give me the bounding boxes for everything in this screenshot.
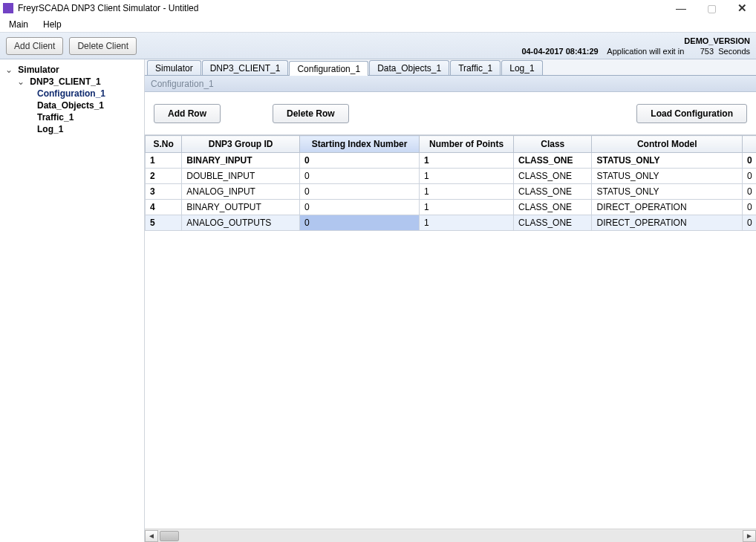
close-button[interactable]: ✕	[737, 1, 747, 15]
scroll-thumb[interactable]	[160, 531, 179, 541]
tree-configuration[interactable]: Configuration_1	[36, 88, 144, 99]
minimize-button[interactable]: —	[676, 2, 686, 14]
tree-panel: ⌄ Simulator ⌄ DNP3_CLIENT_1 Configuratio…	[0, 59, 145, 542]
tab-data-objects[interactable]: Data_Objects_1	[369, 60, 449, 75]
table-row[interactable]: 3ANALOG_INPUT01CLASS_ONESTATUS_ONLY00	[146, 184, 757, 200]
table-cell[interactable]: ANALOG_INPUT	[182, 184, 300, 200]
table-body: 1BINARY_INPUT01CLASS_ONESTATUS_ONLY002DO…	[146, 153, 757, 231]
table-cell[interactable]: 0	[299, 184, 419, 200]
tab-configuration[interactable]: Configuration_1	[289, 61, 368, 76]
window-controls: — ▢ ✕	[676, 1, 753, 15]
tab-bar: Simulator DNP3_CLIENT_1 Configuration_1 …	[145, 59, 756, 76]
table-row[interactable]: 1BINARY_INPUT01CLASS_ONESTATUS_ONLY00	[146, 153, 757, 169]
table-cell[interactable]: 1	[146, 153, 182, 169]
table-cell[interactable]: STATUS_ONLY	[592, 184, 743, 200]
table-cell[interactable]: 0	[743, 153, 756, 169]
table-cell[interactable]: 0	[743, 169, 756, 184]
tree-log[interactable]: Log_1	[36, 123, 144, 135]
menubar: Main Help	[0, 16, 756, 33]
menu-help[interactable]: Help	[40, 18, 65, 31]
status-seconds-label: Seconds	[718, 47, 750, 56]
app-icon	[3, 3, 13, 13]
horizontal-scrollbar[interactable]: ◄ ►	[145, 529, 756, 542]
version-label: DEMO_VERSION	[521, 36, 750, 46]
table-cell[interactable]: CLASS_ONE	[514, 215, 592, 231]
maximize-button[interactable]: ▢	[707, 2, 717, 14]
tab-dnp3-client[interactable]: DNP3_CLIENT_1	[202, 60, 289, 75]
column-header[interactable]: Starting Index Number	[299, 136, 419, 153]
table-cell[interactable]: BINARY_OUTPUT	[182, 200, 300, 215]
table-cell[interactable]: DIRECT_OPERATION	[592, 215, 743, 231]
action-row: Add Row Delete Row Load Configuration	[145, 92, 756, 135]
table-cell[interactable]: 0	[299, 153, 419, 169]
scroll-right-arrow-icon[interactable]: ►	[743, 530, 756, 542]
load-configuration-button[interactable]: Load Configuration	[636, 104, 747, 123]
add-client-button[interactable]: Add Client	[6, 37, 63, 55]
table-cell[interactable]: 2	[146, 169, 182, 184]
table-cell[interactable]: 1	[420, 215, 514, 231]
tab-simulator[interactable]: Simulator	[147, 60, 201, 75]
column-header[interactable]: DNP3 Group ID	[182, 136, 300, 153]
menu-main[interactable]: Main	[6, 18, 31, 31]
table-row[interactable]: 4BINARY_OUTPUT01CLASS_ONEDIRECT_OPERATIO…	[146, 200, 757, 215]
tab-traffic[interactable]: Traffic_1	[450, 60, 501, 75]
table-cell[interactable]: STATUS_ONLY	[592, 169, 743, 184]
table-cell[interactable]: 1	[420, 184, 514, 200]
table-row[interactable]: 2DOUBLE_INPUT01CLASS_ONESTATUS_ONLY00	[146, 169, 757, 184]
add-row-button[interactable]: Add Row	[154, 104, 221, 123]
status-seconds-value: 753	[700, 47, 714, 56]
table-cell[interactable]: 0	[299, 200, 419, 215]
column-header[interactable]: Control Model	[592, 136, 743, 153]
table-cell[interactable]: DOUBLE_INPUT	[182, 169, 300, 184]
table-cell[interactable]: CLASS_ONE	[514, 200, 592, 215]
table-cell[interactable]: 0	[743, 184, 756, 200]
status-exit-label: Application will exit in	[607, 47, 684, 56]
table-row[interactable]: 5ANALOG_OUTPUTS01CLASS_ONEDIRECT_OPERATI…	[146, 215, 757, 231]
table-cell[interactable]: 0	[299, 215, 419, 231]
column-header[interactable]: Number of Points	[420, 136, 514, 153]
scroll-left-arrow-icon[interactable]: ◄	[145, 530, 158, 542]
table-cell[interactable]: CLASS_ONE	[514, 169, 592, 184]
status-area: DEMO_VERSION 04-04-2017 08:41:29 Applica…	[521, 36, 750, 56]
table-cell[interactable]: BINARY_INPUT	[182, 153, 300, 169]
table-cell[interactable]: STATUS_ONLY	[592, 153, 743, 169]
table-cell[interactable]: CLASS_ONE	[514, 184, 592, 200]
table-cell[interactable]: 0	[743, 200, 756, 215]
column-header[interactable]: Class	[514, 136, 592, 153]
main-area: ⌄ Simulator ⌄ DNP3_CLIENT_1 Configuratio…	[0, 59, 756, 542]
config-table: S.NoDNP3 Group IDStarting Index NumberNu…	[145, 135, 756, 231]
delete-row-button[interactable]: Delete Row	[273, 104, 349, 123]
delete-client-button[interactable]: Delete Client	[69, 37, 137, 55]
pane-header: Configuration_1	[145, 76, 756, 92]
table-cell[interactable]: ANALOG_OUTPUTS	[182, 215, 300, 231]
table-cell[interactable]: 1	[420, 153, 514, 169]
table-cell[interactable]: 0	[299, 169, 419, 184]
table-cell[interactable]: 0	[743, 215, 756, 231]
content-panel: Simulator DNP3_CLIENT_1 Configuration_1 …	[145, 59, 756, 542]
scroll-track[interactable]	[158, 530, 743, 542]
table-cell[interactable]: 1	[420, 200, 514, 215]
table-cell[interactable]: CLASS_ONE	[514, 153, 592, 169]
tree-traffic[interactable]: Traffic_1	[36, 111, 144, 123]
status-datetime: 04-04-2017 08:41:29	[521, 47, 598, 56]
table-cell[interactable]: 1	[420, 169, 514, 184]
tree-data-objects[interactable]: Data_Objects_1	[36, 99, 144, 111]
tab-log[interactable]: Log_1	[501, 60, 542, 75]
titlebar: FreyrSCADA DNP3 Client Simulator - Untit…	[0, 0, 756, 16]
chevron-down-icon[interactable]: ⌄	[16, 76, 25, 87]
tree-client[interactable]: ⌄ DNP3_CLIENT_1	[12, 76, 144, 88]
column-header[interactable]: SBO TimeOut	[743, 136, 756, 153]
status-line: 04-04-2017 08:41:29 Application will exi…	[521, 46, 750, 56]
tree-root[interactable]: ⌄ Simulator	[0, 64, 144, 76]
tree-data-objects-label: Data_Objects_1	[36, 100, 105, 111]
table-cell[interactable]: 4	[146, 200, 182, 215]
chevron-down-icon[interactable]: ⌄	[4, 65, 13, 75]
table-cell[interactable]: 3	[146, 184, 182, 200]
table-scroll[interactable]: S.NoDNP3 Group IDStarting Index NumberNu…	[145, 135, 756, 529]
table-cell[interactable]: 5	[146, 215, 182, 231]
tree-log-label: Log_1	[36, 124, 65, 134]
tree-client-label: DNP3_CLIENT_1	[28, 76, 102, 87]
column-header[interactable]: S.No	[146, 136, 182, 153]
table-cell[interactable]: DIRECT_OPERATION	[592, 200, 743, 215]
toolbar: Add Client Delete Client DEMO_VERSION 04…	[0, 33, 756, 59]
